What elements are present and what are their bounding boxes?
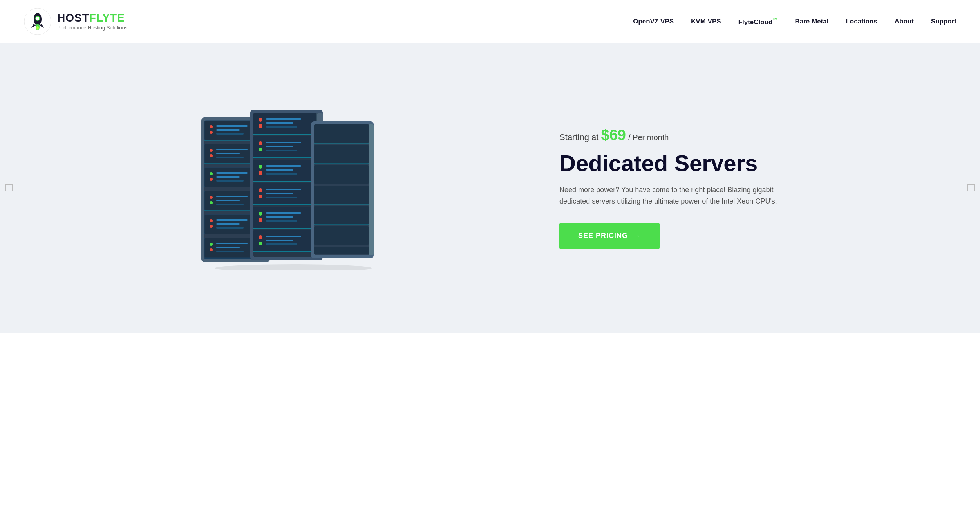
svg-point-110 [259, 242, 262, 245]
nav-item-flytecloud[interactable]: FlyteCloud™ [738, 17, 778, 26]
deco-square-right [967, 184, 975, 191]
server-illustration [190, 106, 385, 270]
svg-point-86 [259, 171, 262, 175]
hero-section: Starting at $69 / Per month Dedicated Se… [0, 43, 980, 333]
hero-title: Dedicated Servers [559, 151, 949, 176]
hero-description: Need more power? You have come to the ri… [559, 184, 794, 207]
svg-rect-88 [266, 169, 293, 171]
svg-point-30 [210, 178, 213, 181]
svg-point-14 [210, 131, 213, 134]
svg-rect-72 [266, 122, 293, 124]
svg-rect-119 [314, 124, 369, 143]
svg-point-53 [210, 243, 213, 246]
svg-rect-47 [216, 219, 248, 221]
deco-square-left [5, 184, 13, 191]
svg-rect-104 [266, 216, 293, 218]
svg-rect-48 [216, 223, 240, 225]
per-month-label: / Per month [628, 133, 669, 142]
starting-at-label: Starting at [559, 132, 598, 142]
svg-rect-49 [216, 227, 244, 229]
logo-flyte: FLYTE [89, 12, 125, 24]
svg-rect-73 [266, 126, 297, 128]
svg-rect-17 [216, 133, 244, 135]
svg-point-69 [259, 118, 262, 122]
svg-point-29 [210, 172, 213, 175]
svg-point-54 [210, 248, 213, 251]
svg-rect-95 [266, 189, 301, 190]
nav-item-bare-metal[interactable]: Bare Metal [795, 18, 828, 25]
svg-rect-87 [266, 165, 301, 167]
svg-rect-123 [314, 165, 369, 184]
svg-point-94 [259, 195, 262, 198]
svg-rect-25 [216, 157, 244, 158]
see-pricing-label: SEE PRICING [578, 232, 628, 240]
svg-rect-81 [266, 150, 297, 151]
svg-rect-105 [266, 220, 297, 222]
svg-point-109 [259, 235, 262, 239]
logo-name: HOSTFLYTE [57, 12, 127, 24]
logo-text: HOSTFLYTE Performance Hosting Solutions [57, 12, 127, 31]
svg-rect-112 [266, 240, 293, 241]
svg-rect-33 [216, 180, 244, 182]
svg-rect-118 [369, 124, 374, 255]
svg-rect-97 [266, 197, 297, 198]
svg-rect-39 [216, 196, 248, 197]
svg-rect-57 [216, 251, 244, 252]
svg-rect-24 [216, 153, 240, 154]
rocket-logo-icon [24, 7, 52, 36]
svg-point-77 [259, 141, 262, 145]
svg-rect-125 [314, 186, 369, 204]
svg-point-38 [210, 201, 213, 204]
svg-point-70 [259, 124, 262, 128]
svg-rect-41 [216, 204, 244, 205]
svg-rect-80 [266, 146, 293, 147]
header: HOSTFLYTE Performance Hosting Solutions … [0, 0, 980, 43]
svg-rect-121 [314, 145, 369, 164]
svg-rect-131 [314, 247, 369, 254]
nav-item-about[interactable]: About [895, 18, 914, 25]
svg-rect-89 [266, 173, 297, 175]
logo-tagline: Performance Hosting Solutions [57, 25, 127, 31]
nav-item-openvz-vps[interactable]: OpenVZ VPS [633, 18, 674, 25]
svg-rect-32 [216, 176, 240, 178]
svg-rect-31 [216, 172, 248, 174]
svg-point-37 [210, 196, 213, 199]
svg-point-102 [259, 218, 262, 222]
nav-item-support[interactable]: Support [931, 18, 956, 25]
svg-rect-40 [216, 200, 240, 201]
svg-point-22 [210, 154, 213, 157]
see-pricing-button[interactable]: SEE PRICING → [559, 223, 660, 249]
arrow-icon: → [633, 231, 641, 240]
logo-area: HOSTFLYTE Performance Hosting Solutions [24, 7, 127, 36]
svg-rect-16 [216, 129, 240, 131]
svg-point-46 [210, 225, 213, 228]
svg-point-78 [259, 148, 262, 151]
svg-rect-103 [266, 212, 301, 214]
nav-item-locations[interactable]: Locations [846, 18, 877, 25]
svg-point-45 [210, 219, 213, 222]
svg-rect-127 [314, 206, 369, 225]
svg-point-7 [215, 264, 372, 270]
hero-image-area [31, 106, 536, 270]
svg-rect-56 [216, 247, 240, 248]
svg-point-6 [36, 26, 39, 30]
svg-point-21 [210, 149, 213, 152]
nav-item-kvm-vps[interactable]: KVM VPS [691, 18, 721, 25]
svg-rect-79 [266, 142, 301, 143]
svg-rect-113 [266, 243, 297, 245]
svg-rect-96 [266, 193, 293, 194]
hero-content: Starting at $69 / Per month Dedicated Se… [536, 127, 949, 249]
svg-rect-15 [216, 125, 248, 127]
svg-rect-71 [266, 118, 301, 120]
svg-rect-23 [216, 149, 248, 150]
logo-host: HOST [57, 12, 89, 24]
svg-rect-55 [216, 243, 248, 244]
main-nav: OpenVZ VPS KVM VPS FlyteCloud™ Bare Meta… [633, 17, 956, 26]
svg-point-85 [259, 165, 262, 169]
svg-rect-111 [266, 236, 301, 237]
svg-rect-129 [314, 226, 369, 245]
svg-point-101 [259, 212, 262, 216]
starting-at-text: Starting at $69 / Per month [559, 127, 949, 144]
svg-point-93 [259, 188, 262, 192]
svg-point-2 [36, 16, 40, 20]
